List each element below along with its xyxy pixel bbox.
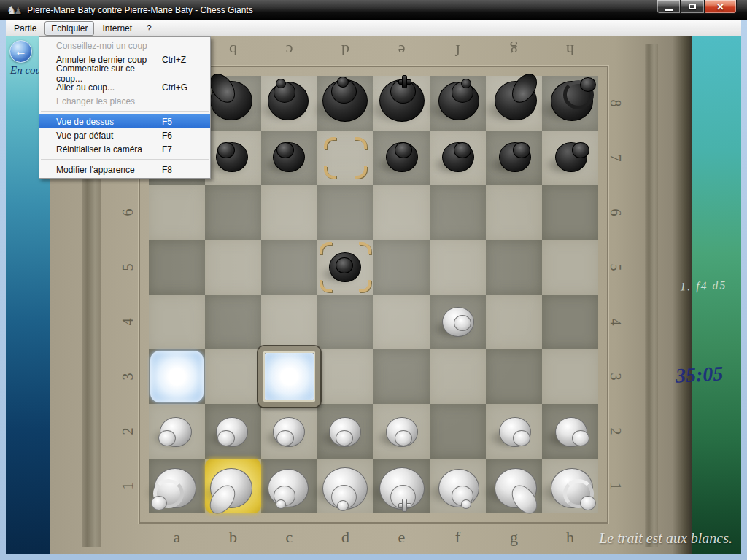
menu-item-10[interactable]: Modifier l'apparenceF8 [39, 163, 210, 176]
menu-item-shortcut: F5 [162, 117, 201, 127]
file-label-top-e: e [374, 41, 430, 60]
menubar-item-internet[interactable]: Internet [96, 21, 139, 36]
piece-black-king-e8[interactable] [374, 76, 430, 131]
piece-black-bishop-f8[interactable] [430, 76, 486, 131]
menu-item-label: Réinitialiser la caméra [56, 144, 142, 155]
piece-black-knight-g8[interactable] [486, 76, 542, 131]
square-e5[interactable] [374, 240, 430, 295]
piece-black-queen-d8[interactable] [317, 76, 374, 131]
square-d7[interactable] [317, 131, 374, 185]
menu-item-4[interactable]: Echanger les places [39, 94, 210, 108]
piece-white-king-e1[interactable] [374, 459, 430, 513]
file-label-bottom-f: f [430, 528, 486, 547]
square-e6[interactable] [374, 185, 430, 240]
piece-white-pawn-h2[interactable] [542, 404, 598, 459]
piece-white-pawn-b2[interactable] [205, 404, 261, 459]
piece-white-bishop-c1[interactable] [261, 459, 317, 513]
square-g6[interactable] [486, 185, 542, 240]
maximize-button[interactable] [681, 0, 705, 14]
square-f6[interactable] [430, 185, 486, 240]
rank-label-left-6: 6 [101, 205, 155, 221]
maximize-icon [689, 4, 696, 9]
menu-item-6[interactable]: Vue de dessusF5 [39, 114, 210, 128]
rank-label-left-5: 5 [101, 260, 155, 276]
piece-part [217, 142, 235, 159]
file-label-bottom-d: d [317, 528, 374, 547]
minimize-button[interactable] [657, 0, 681, 14]
piece-white-pawn-g2[interactable] [486, 404, 542, 459]
piece-white-rook-h1[interactable] [542, 459, 598, 513]
square-a5[interactable] [149, 240, 205, 295]
piece-white-knight-b1[interactable] [205, 459, 261, 513]
piece-part [336, 257, 353, 274]
square-b6[interactable] [205, 185, 261, 240]
menu-item-0[interactable]: Conseillez-moi un coup [39, 39, 210, 52]
square-f2[interactable] [430, 404, 486, 459]
piece-white-knight-g1[interactable] [486, 459, 542, 513]
file-label-bottom-b: b [205, 528, 261, 547]
piece-black-pawn-f7[interactable] [430, 131, 486, 185]
piece-black-pawn-b7[interactable] [205, 131, 261, 185]
square-f3[interactable] [430, 349, 486, 404]
hover-frame-highlight[interactable] [258, 346, 320, 407]
piece-white-pawn-d2[interactable] [317, 404, 374, 459]
square-g5[interactable] [486, 240, 542, 295]
menu-item-label: Vue de dessus [56, 117, 114, 127]
piece-white-pawn-e2[interactable] [374, 404, 430, 459]
rank-label-right-3: 3 [588, 369, 643, 385]
square-g4[interactable] [486, 295, 542, 349]
back-button[interactable]: ← [9, 40, 32, 63]
rank-label-right-5: 5 [588, 260, 643, 276]
piece-white-bishop-f1[interactable] [430, 459, 486, 513]
piece-black-pawn-g7[interactable] [486, 131, 542, 185]
square-c6[interactable] [261, 185, 317, 240]
piece-white-pawn-f4[interactable] [430, 295, 486, 349]
piece-white-queen-d1[interactable] [317, 459, 374, 513]
piece-white-rook-a1[interactable] [149, 459, 205, 513]
piece-black-bishop-c8[interactable] [261, 76, 317, 131]
piece-part [276, 79, 286, 88]
menu-item-label: Vue par défaut [56, 131, 113, 141]
piece-part [580, 496, 596, 511]
piece-white-pawn-c2[interactable] [261, 404, 317, 459]
piece-black-knight-b8[interactable] [205, 76, 261, 131]
piece-part [158, 430, 176, 447]
square-a6[interactable] [149, 185, 205, 240]
square-d6[interactable] [317, 185, 374, 240]
piece-black-pawn-d5[interactable] [317, 240, 374, 295]
menu-item-label: Modifier l'apparence [56, 165, 135, 175]
square-f5[interactable] [430, 240, 486, 295]
square-a4[interactable] [149, 295, 205, 349]
square-e4[interactable] [374, 295, 430, 349]
rank-label-left-3: 3 [101, 369, 155, 385]
file-label-top-c: c [261, 41, 317, 60]
piece-black-pawn-e7[interactable] [374, 131, 430, 185]
rank-label-right-4: 4 [588, 314, 643, 330]
piece-black-pawn-h7[interactable] [542, 131, 598, 185]
menu-item-8[interactable]: Réinitialiser la caméraF7 [39, 142, 210, 156]
square-g3[interactable] [486, 349, 542, 404]
square-d4[interactable] [317, 295, 374, 349]
square-b4[interactable] [205, 295, 261, 349]
piece-black-pawn-c7[interactable] [261, 131, 317, 185]
window-title: Pierre-Marie Baty contre Pierre-Marie Ba… [27, 5, 252, 15]
menu-item-7[interactable]: Vue par défautF6 [39, 128, 210, 142]
piece-white-pawn-a2[interactable] [149, 404, 205, 459]
close-button[interactable]: ✕ [705, 0, 737, 14]
menubar-item-echiquier[interactable]: Echiquier [44, 21, 94, 36]
piece-part [337, 77, 349, 88]
menubar-item-?[interactable]: ? [140, 21, 158, 36]
square-d3[interactable] [317, 349, 374, 404]
square-b3[interactable] [205, 349, 261, 404]
title-bar[interactable]: ♞♟ Pierre-Marie Baty contre Pierre-Marie… [0, 0, 747, 20]
menu-item-2[interactable]: Commentaire sur ce coup... [39, 66, 210, 80]
square-c5[interactable] [261, 240, 317, 295]
move-target-highlight-a3[interactable] [150, 351, 204, 402]
menu-item-shortcut: Ctrl+G [162, 82, 201, 93]
menubar-item-partie[interactable]: Partie [7, 21, 43, 36]
square-b5[interactable] [205, 240, 261, 295]
square-e3[interactable] [374, 349, 430, 404]
window-controls: ✕ [657, 0, 737, 14]
piece-black-rook-h8[interactable] [542, 76, 598, 131]
square-c4[interactable] [261, 295, 317, 349]
